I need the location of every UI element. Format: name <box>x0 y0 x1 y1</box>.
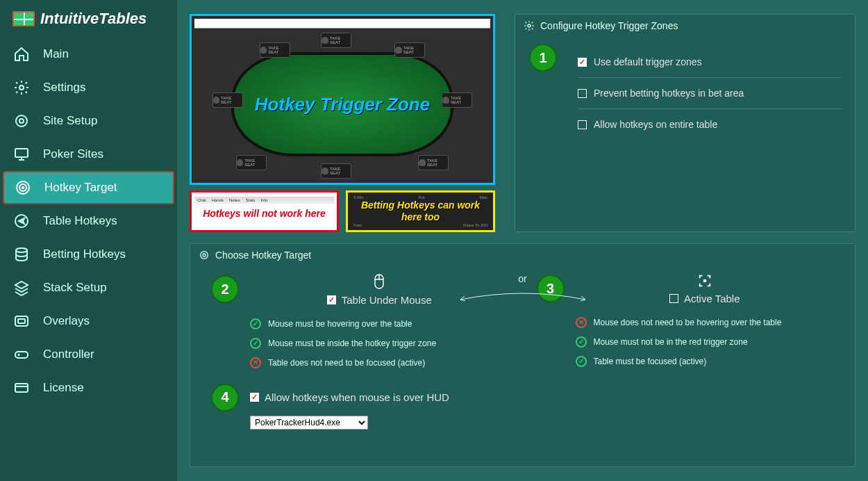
svg-point-2 <box>19 119 24 123</box>
opt-label: Allow hotkeys on entire table <box>594 119 717 130</box>
opt-default-zones[interactable]: Use default trigger zones <box>578 47 841 78</box>
checkbox-icon <box>250 393 259 402</box>
sidebar-item-label: License <box>43 381 84 395</box>
checkbox-icon <box>327 295 336 304</box>
swap-arrow-icon <box>453 290 592 304</box>
cross-icon: ✕ <box>250 357 261 368</box>
seat: TAKE SEAT <box>418 155 449 170</box>
focus-icon <box>697 273 712 288</box>
monitor-icon <box>12 145 31 163</box>
logo-icon <box>12 11 35 26</box>
svg-point-13 <box>528 24 531 27</box>
svg-rect-11 <box>15 352 28 358</box>
bullet: ✕Mouse does not need to be hovering over… <box>576 313 835 332</box>
database-icon <box>12 245 31 263</box>
main-content: TAKE SEAT TAKE SEAT TAKE SEAT TAKE SEAT … <box>177 0 868 481</box>
sidebar-item-site-setup[interactable]: Site Setup <box>0 104 177 138</box>
sidebar-item-overlays[interactable]: Overlays <box>0 304 177 338</box>
checkbox-icon <box>578 89 587 98</box>
poker-window: TAKE SEAT TAKE SEAT TAKE SEAT TAKE SEAT … <box>190 14 495 185</box>
sidebar-item-table-hotkeys[interactable]: Table Hotkeys <box>0 204 177 238</box>
configure-panel: Configure Hotkey Trigger Zones 1 Use def… <box>515 14 856 232</box>
sidebar-item-label: Controller <box>43 348 94 361</box>
target-active-table-option[interactable]: Active Table <box>669 293 740 304</box>
arrow-circle-icon <box>12 212 31 230</box>
checkbox-icon <box>669 294 678 303</box>
opt-label: Prevent betting hotkeys in bet area <box>594 88 744 99</box>
bullet: ✕Table does not need to be focused (acti… <box>250 353 509 373</box>
checkbox-icon <box>578 58 587 67</box>
opt-prevent-bet-area[interactable]: Prevent betting hotkeys in bet area <box>578 78 841 109</box>
target-icon <box>199 250 210 261</box>
home-icon <box>12 45 31 63</box>
sidebar-item-betting-hotkeys[interactable]: Betting Hotkeys <box>0 238 177 271</box>
opt-allow-hud[interactable]: Allow hotkeys when mouse is over HUD <box>250 391 449 403</box>
sidebar-item-label: Hotkey Target <box>44 181 117 195</box>
or-label: or <box>518 273 526 284</box>
mouse-icon <box>372 273 386 290</box>
seat: TAKE SEAT <box>260 42 290 58</box>
yellow-zone-box: 3 MinPotMax Betting Hotkeys can work her… <box>346 190 495 232</box>
sidebar-item-controller[interactable]: Controller <box>0 338 177 371</box>
sidebar-item-label: Table Hotkeys <box>43 214 117 228</box>
svg-point-8 <box>16 248 27 252</box>
panel-title: Choose Hotkey Target <box>215 250 311 261</box>
sidebar-item-hotkey-target[interactable]: Hotkey Target <box>3 171 174 204</box>
sidebar-item-label: Stack Setup <box>43 281 107 295</box>
svg-rect-12 <box>15 384 28 392</box>
check-icon: ✓ <box>576 336 587 348</box>
target-under-mouse-option[interactable]: Table Under Mouse <box>327 294 432 306</box>
sidebar-item-main[interactable]: Main <box>0 38 177 71</box>
target-label-text: Table Under Mouse <box>342 294 432 306</box>
svg-point-15 <box>203 254 206 256</box>
gamepad-icon <box>12 345 31 364</box>
step-2-badge: 2 <box>211 275 239 303</box>
bullet: ✓Mouse must be hovering over the table <box>250 314 509 334</box>
opt-label: Use default trigger zones <box>594 56 702 67</box>
sidebar-item-stack-setup[interactable]: Stack Setup <box>0 271 177 304</box>
trigger-zone-diagram: TAKE SEAT TAKE SEAT TAKE SEAT TAKE SEAT … <box>190 14 495 232</box>
seat: TAKE SEAT <box>394 42 425 58</box>
card-icon <box>12 379 31 397</box>
svg-point-17 <box>703 279 706 282</box>
sidebar-item-label: Overlays <box>43 314 90 328</box>
seat: TAKE SEAT <box>321 33 351 48</box>
seat: TAKE SEAT <box>236 155 267 170</box>
sidebar-item-settings[interactable]: Settings <box>0 71 177 104</box>
target-icon <box>14 179 32 197</box>
bullet: ✓Mouse must be inside the hotkey trigger… <box>250 334 509 353</box>
check-icon: ✓ <box>250 338 261 349</box>
svg-point-0 <box>19 85 24 90</box>
sidebar: IntuitiveTables Main Settings Site Setup… <box>0 0 177 481</box>
svg-point-1 <box>16 115 27 127</box>
choose-target-panel: Choose Hotkey Target or 2 <box>190 243 856 467</box>
logo-text: IntuitiveTables <box>40 10 147 28</box>
svg-point-6 <box>22 187 24 188</box>
trigger-zone-label: Hotkey Trigger Zone <box>255 94 430 115</box>
gear-icon <box>12 79 31 97</box>
seat: TAKE SEAT <box>212 92 243 108</box>
check-icon: ✓ <box>250 318 261 329</box>
opt-entire-table[interactable]: Allow hotkeys on entire table <box>578 109 841 140</box>
sidebar-item-label: Poker Sites <box>43 147 103 161</box>
window-titlebar <box>194 19 490 28</box>
svg-rect-9 <box>15 316 28 326</box>
sidebar-item-label: Main <box>43 47 69 61</box>
panel-title: Configure Hotkey Trigger Zones <box>540 20 678 31</box>
seat: TAKE SEAT <box>442 92 472 108</box>
cog-icon <box>12 112 31 130</box>
check-icon: ✓ <box>576 356 587 367</box>
gear-icon <box>524 20 535 31</box>
checkbox-icon <box>578 120 587 129</box>
sidebar-item-license[interactable]: License <box>0 371 177 405</box>
red-zone-box: ChatHandsNotesStatsInfo Hotkeys will not… <box>190 190 339 232</box>
svg-rect-10 <box>18 319 25 323</box>
app-logo: IntuitiveTables <box>0 4 177 38</box>
yellow-zone-text: Betting Hotkeys can work here too <box>351 199 490 223</box>
sidebar-item-poker-sites[interactable]: Poker Sites <box>0 138 177 171</box>
layers-icon <box>12 279 31 297</box>
svg-point-14 <box>201 251 208 259</box>
cross-icon: ✕ <box>576 317 587 328</box>
bullet: ✓Mouse must not be in the red trigger zo… <box>576 332 835 352</box>
hud-exe-select[interactable]: PokerTrackerHud4.exe <box>250 416 368 430</box>
